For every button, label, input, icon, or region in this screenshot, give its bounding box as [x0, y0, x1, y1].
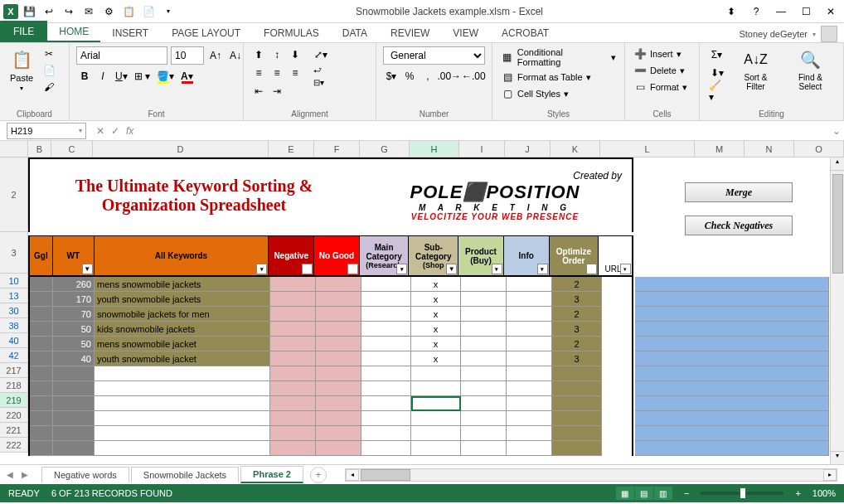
cell-no-good[interactable]: [316, 292, 361, 307]
cell-styles-button[interactable]: ▢Cell Styles ▾: [499, 86, 618, 101]
cell-empty[interactable]: [361, 381, 411, 396]
cell-info[interactable]: [507, 307, 552, 322]
cell-empty[interactable]: [461, 441, 507, 456]
cell-url[interactable]: [635, 322, 829, 337]
cell-main-cat[interactable]: [361, 351, 411, 366]
find-select-button[interactable]: 🔍 Find & Select: [784, 46, 837, 93]
tab-view[interactable]: VIEW: [441, 24, 490, 42]
cell-main-cat[interactable]: [361, 277, 411, 292]
cell-empty[interactable]: [507, 426, 552, 441]
cut-icon[interactable]: ✂: [41, 46, 56, 61]
cell-wt[interactable]: 70: [53, 307, 95, 322]
cell-negative[interactable]: [270, 337, 316, 351]
expand-formula-icon[interactable]: ⌄: [829, 125, 844, 137]
clear-icon[interactable]: 🧹▾: [706, 83, 727, 99]
zoom-slider[interactable]: [701, 492, 783, 495]
format-cells-button[interactable]: ▭Format ▾: [632, 80, 692, 94]
col-header-M[interactable]: M: [695, 141, 745, 157]
underline-button[interactable]: U ▾: [113, 68, 130, 85]
cell-empty[interactable]: [461, 411, 507, 426]
cell-main-cat[interactable]: [361, 322, 411, 337]
filter-opt[interactable]: ▾: [586, 264, 597, 274]
tab-formulas[interactable]: FORMULAS: [252, 24, 331, 42]
zoom-in-icon[interactable]: +: [795, 488, 800, 498]
maximize-icon[interactable]: ☐: [796, 3, 816, 20]
cell-ggl[interactable]: [30, 351, 53, 366]
border-button[interactable]: ⊞ ▾: [132, 68, 153, 85]
cell-empty[interactable]: [53, 441, 95, 456]
cell-no-good[interactable]: [316, 351, 361, 366]
cell-empty[interactable]: [30, 396, 53, 411]
minimize-icon[interactable]: —: [771, 3, 791, 20]
cell-empty[interactable]: [30, 441, 53, 456]
cell-sub-cat[interactable]: x: [411, 322, 461, 337]
cell-optimize[interactable]: 3: [552, 351, 602, 366]
cell-keyword[interactable]: kids snowmobile jackets: [95, 322, 270, 337]
cell-sub-cat[interactable]: x: [411, 337, 461, 351]
orientation-icon[interactable]: ⤢▾: [312, 46, 330, 63]
cell-empty[interactable]: [461, 396, 507, 411]
cell-url[interactable]: [635, 337, 829, 351]
cell-url[interactable]: [635, 351, 829, 366]
col-header-N[interactable]: N: [745, 141, 794, 157]
cell-product[interactable]: [461, 322, 507, 337]
cell-empty[interactable]: [461, 426, 507, 441]
cell-sub-cat[interactable]: x: [411, 351, 461, 366]
cell-wt[interactable]: 50: [53, 337, 95, 351]
number-format-select[interactable]: General: [383, 46, 485, 65]
cell-ggl[interactable]: [30, 292, 53, 307]
formula-input[interactable]: [140, 123, 829, 139]
decrease-decimal-icon[interactable]: ←.00: [463, 68, 486, 85]
col-header-E[interactable]: E: [269, 141, 314, 157]
cell-empty[interactable]: [30, 411, 53, 426]
tab-acrobat[interactable]: ACROBAT: [490, 24, 560, 42]
ribbon-display-icon[interactable]: ⬍: [721, 3, 741, 20]
format-as-table-button[interactable]: ▤Format as Table ▾: [499, 70, 618, 85]
cell-keyword[interactable]: mens snowmobile jackets: [95, 277, 270, 292]
col-header-G[interactable]: G: [360, 141, 410, 157]
font-size-select[interactable]: [171, 46, 204, 65]
cell-optimize[interactable]: 3: [552, 322, 602, 337]
filter-kw[interactable]: ▾: [256, 264, 267, 274]
cell-empty[interactable]: [316, 366, 361, 381]
view-page-layout-icon[interactable]: ▤: [635, 487, 653, 500]
cell-url[interactable]: [635, 426, 829, 441]
col-header-J[interactable]: J: [505, 141, 551, 157]
cell-negative[interactable]: [270, 277, 316, 292]
col-header-F[interactable]: F: [314, 141, 360, 157]
cell-empty[interactable]: [552, 381, 602, 396]
cell-empty[interactable]: [411, 441, 461, 456]
cell-info[interactable]: [507, 351, 552, 366]
cell-main-cat[interactable]: [361, 292, 411, 307]
filter-url[interactable]: ▾: [620, 264, 631, 274]
close-icon[interactable]: ✕: [821, 3, 841, 20]
cell-optimize[interactable]: 3: [552, 292, 602, 307]
cell-wt[interactable]: 40: [53, 351, 95, 366]
qat-btn-7[interactable]: 📄: [139, 2, 158, 21]
cell-url[interactable]: [635, 441, 829, 456]
cell-empty[interactable]: [95, 396, 270, 411]
decrease-font-icon[interactable]: A↓: [227, 47, 244, 64]
cell-product[interactable]: [461, 277, 507, 292]
cell-main-cat[interactable]: [361, 337, 411, 351]
cell-empty[interactable]: [95, 441, 270, 456]
cell-url[interactable]: [635, 292, 829, 307]
filter-wt[interactable]: ▼: [82, 264, 93, 274]
cell-empty[interactable]: [30, 426, 53, 441]
increase-decimal-icon[interactable]: .00→: [438, 68, 461, 85]
filter-main[interactable]: ▾: [396, 264, 407, 274]
cell-empty[interactable]: [461, 366, 507, 381]
col-header-D[interactable]: D: [93, 141, 269, 157]
qat-save-icon[interactable]: 💾: [20, 2, 38, 21]
tab-insert[interactable]: INSERT: [100, 24, 160, 42]
cancel-formula-icon[interactable]: ✕: [96, 125, 104, 137]
cell-empty[interactable]: [270, 426, 316, 441]
merge-button[interactable]: Merge: [685, 182, 793, 202]
cell-empty[interactable]: [270, 411, 316, 426]
col-header-B[interactable]: B: [28, 141, 51, 157]
qat-btn-5[interactable]: ⚙: [99, 2, 118, 21]
row-header-42[interactable]: 42: [0, 348, 28, 363]
insert-cells-button[interactable]: ➕Insert ▾: [632, 46, 692, 61]
cell-empty[interactable]: [53, 426, 95, 441]
filter-prod[interactable]: ▾: [492, 264, 502, 274]
